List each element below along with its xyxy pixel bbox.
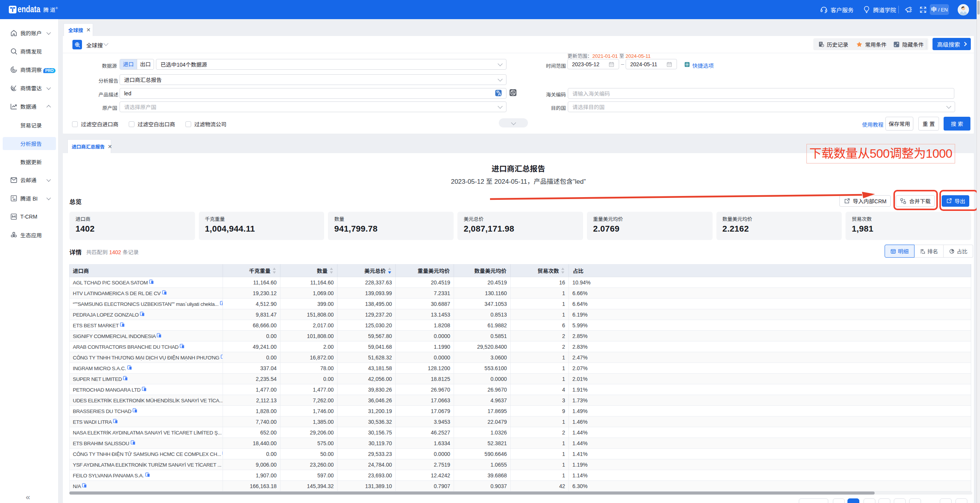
svg-text:BI: BI <box>13 198 16 201</box>
